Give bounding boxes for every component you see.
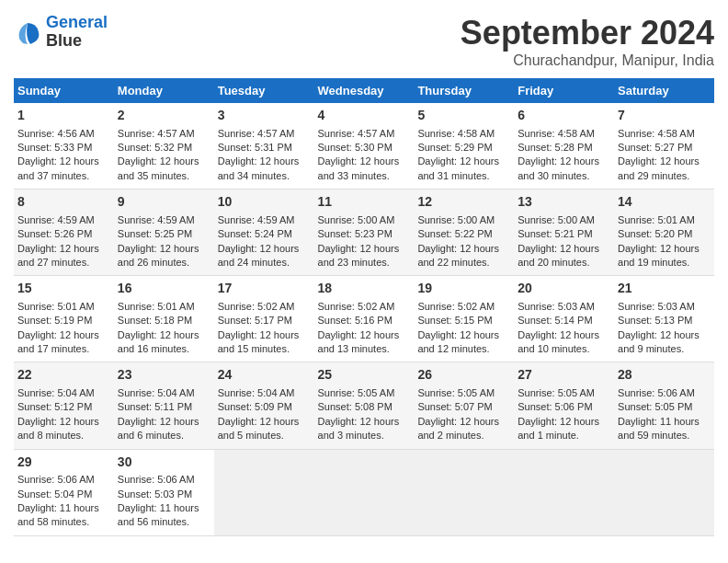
sunrise-label: Sunrise: 5:01 AM (17, 301, 95, 312)
calendar-cell: 22Sunrise: 5:04 AMSunset: 5:12 PMDayligh… (14, 362, 114, 449)
sunrise-label: Sunrise: 5:02 AM (318, 301, 395, 312)
sunrise-label: Sunrise: 5:04 AM (218, 387, 295, 398)
day-number: 28 (618, 366, 711, 385)
day-number: 3 (218, 107, 311, 125)
daylight-label: Daylight: 12 hours and 37 minutes. (17, 155, 99, 180)
daylight-label: Daylight: 12 hours and 26 minutes. (118, 243, 199, 268)
daylight-label: Daylight: 12 hours and 13 minutes. (318, 329, 400, 354)
sunrise-label: Sunrise: 4:56 AM (17, 128, 95, 139)
calendar-cell: 26Sunrise: 5:05 AMSunset: 5:07 PMDayligh… (414, 362, 514, 449)
sunrise-label: Sunrise: 4:59 AM (218, 214, 295, 225)
sunset-label: Sunset: 5:16 PM (318, 315, 392, 326)
daylight-label: Daylight: 12 hours and 1 minute. (518, 416, 599, 441)
sunset-label: Sunset: 5:03 PM (118, 488, 192, 500)
day-number: 2 (118, 107, 210, 125)
sunset-label: Sunset: 5:23 PM (318, 228, 392, 239)
sunset-label: Sunset: 5:18 PM (118, 315, 192, 326)
day-number: 6 (518, 107, 610, 125)
daylight-label: Daylight: 12 hours and 19 minutes. (618, 243, 700, 268)
daylight-label: Daylight: 11 hours and 56 minutes. (118, 502, 199, 527)
col-tuesday: Tuesday (214, 78, 314, 103)
sunset-label: Sunset: 5:13 PM (618, 315, 692, 326)
day-number: 26 (417, 366, 510, 385)
logo-icon (14, 18, 41, 46)
daylight-label: Daylight: 12 hours and 17 minutes. (17, 329, 99, 354)
sunset-label: Sunset: 5:32 PM (118, 142, 192, 153)
sunset-label: Sunset: 5:30 PM (318, 142, 392, 153)
sunrise-label: Sunrise: 5:05 AM (417, 387, 495, 398)
daylight-label: Daylight: 12 hours and 3 minutes. (318, 416, 400, 441)
day-number: 11 (318, 193, 411, 212)
day-number: 20 (518, 280, 610, 298)
sunrise-label: Sunrise: 4:57 AM (118, 128, 195, 139)
sunset-label: Sunset: 5:22 PM (417, 228, 492, 239)
daylight-label: Daylight: 12 hours and 22 minutes. (417, 243, 499, 268)
day-number: 9 (118, 193, 210, 212)
calendar-table: Sunday Monday Tuesday Wednesday Thursday… (14, 78, 714, 536)
calendar-cell: 16Sunrise: 5:01 AMSunset: 5:18 PMDayligh… (114, 276, 214, 362)
day-number: 18 (318, 280, 411, 298)
calendar-cell: 13Sunrise: 5:00 AMSunset: 5:21 PMDayligh… (514, 190, 614, 276)
calendar-cell: 2Sunrise: 4:57 AMSunset: 5:32 PMDaylight… (114, 103, 214, 190)
calendar-row: 1Sunrise: 4:56 AMSunset: 5:33 PMDaylight… (14, 103, 714, 190)
sunrise-label: Sunrise: 4:58 AM (518, 128, 595, 139)
calendar-cell: 27Sunrise: 5:05 AMSunset: 5:06 PMDayligh… (514, 362, 614, 449)
sunset-label: Sunset: 5:28 PM (518, 142, 592, 153)
sunrise-label: Sunrise: 5:04 AM (17, 387, 95, 398)
daylight-label: Daylight: 12 hours and 20 minutes. (518, 243, 599, 268)
calendar-cell: 20Sunrise: 5:03 AMSunset: 5:14 PMDayligh… (514, 276, 614, 362)
sunset-label: Sunset: 5:09 PM (218, 401, 292, 412)
sunrise-label: Sunrise: 5:06 AM (118, 474, 195, 485)
day-number: 1 (17, 107, 110, 125)
calendar-cell (214, 449, 314, 535)
sunset-label: Sunset: 5:21 PM (518, 228, 592, 239)
sunset-label: Sunset: 5:14 PM (518, 315, 592, 326)
sunset-label: Sunset: 5:20 PM (618, 228, 692, 239)
calendar-cell: 15Sunrise: 5:01 AMSunset: 5:19 PMDayligh… (14, 276, 114, 362)
col-friday: Friday (514, 78, 614, 103)
calendar-cell: 1Sunrise: 4:56 AMSunset: 5:33 PMDaylight… (14, 103, 114, 190)
daylight-label: Daylight: 12 hours and 35 minutes. (118, 155, 199, 180)
day-number: 13 (518, 193, 610, 212)
calendar-cell: 4Sunrise: 4:57 AMSunset: 5:30 PMDaylight… (314, 103, 415, 190)
day-number: 25 (318, 366, 411, 385)
day-number: 19 (417, 280, 510, 298)
daylight-label: Daylight: 12 hours and 33 minutes. (318, 155, 400, 180)
calendar-cell: 24Sunrise: 5:04 AMSunset: 5:09 PMDayligh… (214, 362, 314, 449)
sunset-label: Sunset: 5:08 PM (318, 401, 392, 412)
calendar-cell: 11Sunrise: 5:00 AMSunset: 5:23 PMDayligh… (314, 190, 415, 276)
sunset-label: Sunset: 5:05 PM (618, 401, 692, 412)
calendar-cell (514, 449, 614, 535)
sunset-label: Sunset: 5:12 PM (17, 401, 92, 412)
day-number: 8 (17, 193, 110, 212)
sunset-label: Sunset: 5:19 PM (17, 315, 92, 326)
sunset-label: Sunset: 5:24 PM (218, 228, 292, 239)
sunrise-label: Sunrise: 5:06 AM (618, 387, 695, 398)
day-number: 17 (218, 280, 311, 298)
col-wednesday: Wednesday (314, 78, 415, 103)
sunrise-label: Sunrise: 5:00 AM (518, 214, 595, 225)
sunset-label: Sunset: 5:25 PM (118, 228, 192, 239)
daylight-label: Daylight: 12 hours and 29 minutes. (618, 155, 700, 180)
calendar-cell: 10Sunrise: 4:59 AMSunset: 5:24 PMDayligh… (214, 190, 314, 276)
calendar-cell: 29Sunrise: 5:06 AMSunset: 5:04 PMDayligh… (14, 449, 114, 535)
calendar-cell: 6Sunrise: 4:58 AMSunset: 5:28 PMDaylight… (514, 103, 614, 190)
sunrise-label: Sunrise: 5:06 AM (17, 474, 95, 485)
sunrise-label: Sunrise: 5:03 AM (618, 301, 695, 312)
calendar-cell: 19Sunrise: 5:02 AMSunset: 5:15 PMDayligh… (414, 276, 514, 362)
calendar-body: 1Sunrise: 4:56 AMSunset: 5:33 PMDaylight… (14, 103, 714, 535)
sunrise-label: Sunrise: 5:01 AM (118, 301, 195, 312)
daylight-label: Daylight: 12 hours and 12 minutes. (417, 329, 499, 354)
daylight-label: Daylight: 12 hours and 34 minutes. (218, 155, 300, 180)
daylight-label: Daylight: 12 hours and 27 minutes. (17, 243, 99, 268)
day-number: 23 (118, 366, 210, 385)
daylight-label: Daylight: 12 hours and 31 minutes. (417, 155, 499, 180)
calendar-cell: 14Sunrise: 5:01 AMSunset: 5:20 PMDayligh… (614, 190, 714, 276)
calendar-row: 8Sunrise: 4:59 AMSunset: 5:26 PMDaylight… (14, 190, 714, 276)
day-number: 16 (118, 280, 210, 298)
day-number: 30 (118, 454, 210, 472)
calendar-cell: 3Sunrise: 4:57 AMSunset: 5:31 PMDaylight… (214, 103, 314, 190)
page-header: General Blue September 2024 Churachandpu… (14, 14, 714, 69)
daylight-label: Daylight: 11 hours and 59 minutes. (618, 416, 700, 441)
header-row: Sunday Monday Tuesday Wednesday Thursday… (14, 78, 714, 103)
